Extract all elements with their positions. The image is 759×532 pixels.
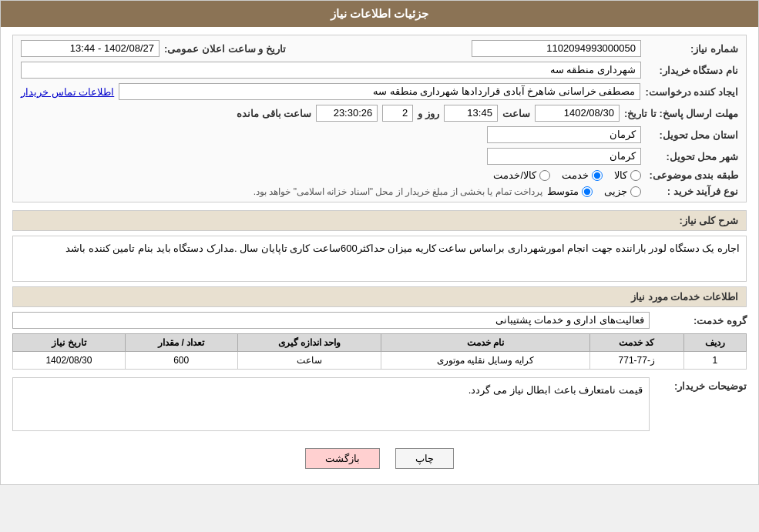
radio-jazee[interactable]: جزیی (604, 186, 641, 197)
label-send-date: مهلت ارسال پاسخ: تا تاریخ: (624, 108, 738, 119)
page-container: جزئیات اطلاعات نیاز شماره نیاز: 11020949… (0, 0, 759, 485)
cell-code-1: ز-77-771 (589, 352, 683, 370)
radio-khadamat-input[interactable] (592, 170, 603, 181)
radio-khadamat-label: خدمت (562, 169, 589, 181)
cell-row-1: 1 (683, 352, 746, 370)
row-group: گروه خدمت: فعالیت‌های اداری و خدمات پشتی… (12, 312, 747, 329)
label-time: ساعت (502, 108, 530, 119)
row-need-number: شماره نیاز: 1102094993000050 تاریخ و ساع… (21, 40, 738, 57)
cell-qty-1: 600 (125, 352, 237, 370)
table-body: 1 ز-77-771 کرایه وسایل نقلیه موتوری ساعت… (13, 352, 747, 370)
radio-jazee-label: جزیی (604, 186, 627, 197)
creator-value: مصطفی خراسانی شاهرخ آبادی قراردادها شهرد… (119, 83, 640, 100)
label-process: نوع فرآیند خرید : (646, 186, 738, 197)
col-row: ردیف (683, 334, 746, 352)
col-unit: واحد اندازه گیری (237, 334, 381, 352)
time-value: 13:45 (444, 105, 498, 122)
content-area: شماره نیاز: 1102094993000050 تاریخ و ساع… (1, 27, 758, 484)
process-radio-group: جزیی متوسط (547, 186, 641, 197)
radio-kala-khadamat[interactable]: کالا/خدمت (493, 169, 550, 181)
buyer-note-text: قیمت نامتعارف باعث ابطال نیاز می گردد. (468, 384, 643, 396)
page-title: جزئیات اطلاعات نیاز (331, 7, 428, 20)
back-button[interactable]: بازگشت (305, 448, 380, 469)
creator-contact-link[interactable]: اطلاعات تماس خریدار (21, 86, 114, 98)
process-note: پرداخت تمام یا بخشی از مبلغ خریدار از مح… (254, 186, 542, 197)
need-number-value: 1102094993000050 (472, 40, 641, 57)
buyer-org-value: شهرداری منطقه سه (21, 62, 641, 79)
public-announce-value: 1402/08/27 - 13:44 (21, 40, 160, 57)
radio-jazee-input[interactable] (630, 186, 641, 197)
category-radio-group: کالا خدمت کالا/خدمت (493, 169, 641, 181)
row-category: طبقه بندی موضوعی: کالا خدمت کالا/خدمت (21, 169, 738, 181)
page-header: جزئیات اطلاعات نیاز (1, 1, 758, 27)
radio-motavaset-label: متوسط (547, 186, 579, 197)
description-text: اجاره یک دستگاه لودر باراننده جهت انجام … (65, 243, 740, 254)
province-value: کرمان (487, 126, 641, 143)
row-send-date: مهلت ارسال پاسخ: تا تاریخ: 1402/08/30 سا… (21, 105, 738, 122)
radio-kala-label: کالا (614, 169, 627, 181)
row-buyer-note: توضیحات خریدار: قیمت نامتعارف باعث ابطال… (12, 377, 747, 436)
label-group: گروه خدمت: (654, 315, 747, 326)
label-buyer-note: توضیحات خریدار: (654, 377, 747, 392)
label-remaining: ساعت باقی مانده (237, 108, 311, 119)
col-name: نام خدمت (381, 334, 590, 352)
row-process: نوع فرآیند خرید : جزیی متوسط پرداخت تمام… (21, 186, 738, 197)
row-city: شهر محل تحویل: کرمان (21, 148, 738, 165)
print-button[interactable]: چاپ (395, 448, 454, 469)
table-row: 1 ز-77-771 کرایه وسایل نقلیه موتوری ساعت… (13, 352, 747, 370)
buyer-note-content: قیمت نامتعارف باعث ابطال نیاز می گردد. (12, 377, 650, 431)
basic-info-section: شماره نیاز: 1102094993000050 تاریخ و ساع… (12, 35, 747, 202)
services-table: ردیف کد خدمت نام خدمت واحد اندازه گیری ت… (12, 333, 747, 370)
description-section-title: شرح کلی نیاز: (12, 210, 747, 231)
label-city: شهر محل تحویل: (646, 151, 738, 162)
description-content: اجاره یک دستگاه لودر باراننده جهت انجام … (12, 236, 747, 282)
row-buyer-org: نام دستگاه خریدار: شهرداری منطقه سه (21, 62, 738, 79)
radio-motavaset-input[interactable] (582, 186, 593, 197)
label-days: روز و (418, 108, 439, 119)
days-value: 2 (382, 105, 413, 122)
cell-name-1: کرایه وسایل نقلیه موتوری (381, 352, 590, 370)
radio-khadamat[interactable]: خدمت (562, 169, 603, 181)
radio-kala-input[interactable] (630, 170, 641, 181)
row-creator: ایجاد کننده درخواست: مصطفی خراسانی شاهرخ… (21, 83, 738, 100)
label-buyer-org: نام دستگاه خریدار: (646, 65, 738, 76)
label-category: طبقه بندی موضوعی: (646, 169, 738, 181)
date-value: 1402/08/30 (535, 105, 620, 122)
radio-kala-khadamat-input[interactable] (539, 170, 550, 181)
radio-kala[interactable]: کالا (614, 169, 641, 181)
services-table-section: ردیف کد خدمت نام خدمت واحد اندازه گیری ت… (12, 333, 747, 370)
services-section-title: اطلاعات خدمات مورد نیاز (12, 286, 747, 307)
button-row: چاپ بازگشت (12, 440, 747, 477)
row-province: استان محل تحویل: کرمان (21, 126, 738, 143)
label-need-number: شماره نیاز: (646, 43, 738, 55)
cell-date-1: 1402/08/30 (13, 352, 126, 370)
radio-motavaset[interactable]: متوسط (547, 186, 593, 197)
table-header: ردیف کد خدمت نام خدمت واحد اندازه گیری ت… (13, 334, 747, 352)
col-code: کد خدمت (589, 334, 683, 352)
remaining-time-value: 23:30:26 (316, 105, 378, 122)
cell-unit-1: ساعت (237, 352, 381, 370)
col-date: تاریخ نیاز (13, 334, 126, 352)
label-public-announce: تاریخ و ساعت اعلان عمومی: (164, 43, 286, 55)
radio-kala-khadamat-label: کالا/خدمت (493, 169, 536, 181)
label-creator: ایجاد کننده درخواست: (645, 86, 738, 98)
label-province: استان محل تحویل: (646, 129, 738, 141)
group-value: فعالیت‌های اداری و خدمات پشتیبانی (12, 312, 650, 329)
city-value: کرمان (487, 148, 641, 165)
col-qty: تعداد / مقدار (125, 334, 237, 352)
